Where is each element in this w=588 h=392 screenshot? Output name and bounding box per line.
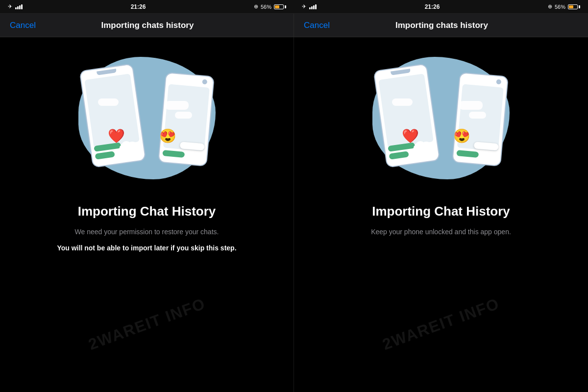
svg-point-5 bbox=[421, 142, 431, 149]
msg-bubble-float-r2 bbox=[459, 101, 483, 110]
status-time-right: 21:26 bbox=[425, 3, 440, 10]
warning-text-left: You will not be able to import later if … bbox=[57, 243, 236, 253]
sub-text-right: Keep your phone unlocked and this app op… bbox=[371, 227, 511, 237]
status-right-left-icons: ✈ bbox=[302, 3, 317, 10]
status-bar: ✈ 21:26 ⊕ 56% ✈ bbox=[0, 0, 588, 14]
svg-point-2 bbox=[127, 142, 137, 149]
illustration-right: ❤️ 😍 bbox=[368, 52, 514, 189]
screen-text-right: Importing Chat History Keep your phone u… bbox=[356, 204, 526, 243]
status-left-icons: ✈ bbox=[8, 3, 23, 10]
status-bar-left: ✈ 21:26 ⊕ 56% bbox=[0, 0, 294, 14]
screen-text-left: Importing Chat History We need your perm… bbox=[42, 204, 251, 253]
msg-bubble-float-r3 bbox=[469, 112, 486, 119]
signal-icon-right bbox=[309, 4, 317, 9]
phone-right bbox=[158, 72, 215, 167]
battery-icon-left bbox=[274, 4, 286, 9]
battery-icon-right bbox=[568, 4, 580, 9]
nav-left: Cancel Importing chats history bbox=[0, 14, 294, 37]
small-cloud-left bbox=[119, 138, 141, 153]
status-right-left: ⊕ 56% bbox=[254, 3, 286, 10]
phone-right-r bbox=[452, 72, 509, 167]
nav-right: Cancel Importing chats history bbox=[294, 14, 588, 37]
screen-left: ❤️ 😍 Importing Chat History We need your… bbox=[0, 37, 294, 392]
phone-notch-right bbox=[202, 79, 207, 85]
signal-icon bbox=[15, 4, 23, 9]
phone-notch-right-r bbox=[496, 79, 501, 85]
nav-bar: Cancel Importing chats history Cancel Im… bbox=[0, 14, 588, 37]
nav-title-right: Importing chats history bbox=[330, 21, 554, 30]
phone-notch-left-r bbox=[391, 69, 411, 75]
main-heading-right: Importing Chat History bbox=[371, 204, 511, 219]
plane-icon: ✈ bbox=[8, 3, 12, 10]
small-cloud-right bbox=[413, 138, 435, 153]
screen-right: ❤️ 😍 Importing Chat History Keep your ph… bbox=[294, 37, 588, 392]
love-emoji-right: 😍 bbox=[453, 128, 470, 144]
watermark-left: 2WAREIT INFO bbox=[86, 294, 208, 354]
location-icon: ⊕ bbox=[254, 3, 258, 10]
msg-bubble-float-2 bbox=[165, 101, 189, 110]
love-emoji-left: 😍 bbox=[159, 128, 176, 144]
sub-text-left: We need your permission to restore your … bbox=[57, 227, 236, 237]
battery-percent-right: 56% bbox=[555, 4, 565, 10]
plane-icon-right: ✈ bbox=[302, 3, 306, 10]
status-time-left: 21:26 bbox=[131, 3, 146, 10]
status-right-right: ⊕ 56% bbox=[548, 3, 580, 10]
screens-container: ❤️ 😍 Importing Chat History We need your… bbox=[0, 37, 588, 392]
watermark-right: 2WAREIT INFO bbox=[380, 294, 502, 354]
msg-bubble-float-r1 bbox=[392, 98, 413, 106]
nav-title-left: Importing chats history bbox=[36, 21, 259, 30]
cancel-button-right[interactable]: Cancel bbox=[304, 21, 330, 30]
status-bar-right: ✈ 21:26 ⊕ 56% bbox=[294, 0, 588, 14]
illustration-left: ❤️ 😍 bbox=[74, 52, 220, 189]
cancel-button-left[interactable]: Cancel bbox=[10, 21, 36, 30]
msg-bubble-float-1 bbox=[98, 98, 119, 106]
phone-notch-left bbox=[97, 69, 117, 75]
location-icon-right: ⊕ bbox=[548, 3, 552, 10]
main-heading-left: Importing Chat History bbox=[57, 204, 236, 219]
battery-percent-left: 56% bbox=[261, 4, 271, 10]
msg-bubble-float-3 bbox=[175, 112, 192, 119]
